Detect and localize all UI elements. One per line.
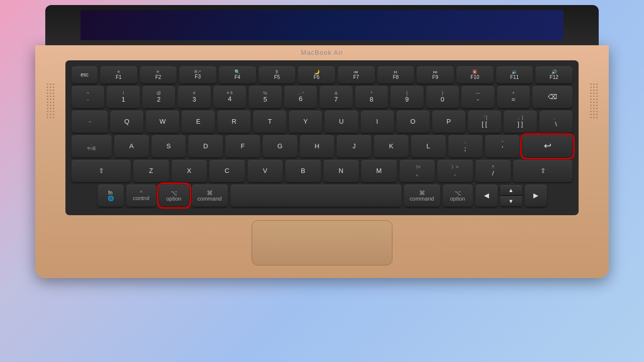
key-1[interactable]: !1 [107,86,139,108]
key-backslash[interactable]: 、\ [539,111,573,133]
key-q[interactable]: Q [110,111,143,133]
key-e[interactable]: E [182,111,215,133]
key-quote[interactable]: "' [485,135,520,157]
key-semicolon[interactable]: ：； [448,135,483,157]
key-0[interactable]: )0 [426,86,459,108]
key-s[interactable]: S [151,135,186,157]
speaker-right [584,60,604,141]
key-space[interactable] [230,185,401,207]
key-j[interactable]: J [337,135,371,157]
key-m[interactable]: M [361,160,397,182]
key-shift-left[interactable]: ⇧ [71,160,131,182]
keyboard-body: esc ✳F1 ✳F2 ⊞↗F3 🔍F4 🎙F5 🌙F6 ⏮F7 ⏯F8 ⏭F9… [35,45,609,278]
key-7[interactable]: &7 [319,86,352,108]
key-y[interactable]: Y [289,111,322,133]
key-equals[interactable]: += [497,86,530,108]
key-z[interactable]: Z [133,160,169,182]
trackpad[interactable] [252,220,392,265]
key-f10[interactable]: 🔇F10 [456,66,494,83]
key-command-right[interactable]: ⌘ command [404,185,440,207]
key-l[interactable]: L [411,135,446,157]
key-slash[interactable]: ?/ [475,160,511,182]
key-h[interactable]: H [300,135,335,157]
key-o[interactable]: O [396,111,430,133]
key-f12[interactable]: 🔊F12 [535,66,573,83]
laptop-container: MacBook Air [25,5,619,357]
key-2[interactable]: @2 [142,86,175,108]
key-caps[interactable]: ·中/英 [71,135,112,157]
key-d[interactable]: D [188,135,223,157]
screen-bezel: MacBook Air [45,5,599,45]
home-row: ·中/英 A S D F G H J K L ：； "' ↩ [71,135,573,157]
key-5[interactable]: %5 [249,86,281,108]
key-9[interactable]: (9 [390,86,423,108]
key-t[interactable]: T [253,111,286,133]
key-a[interactable]: A [114,135,149,157]
key-n[interactable]: N [324,160,359,182]
key-lbracket[interactable]: 「{[ [ [468,111,501,133]
key-arrow-right[interactable]: ▶ [525,185,547,207]
key-tilde[interactable]: ~· [71,86,104,108]
key-f5[interactable]: 🎙F5 [259,66,296,83]
key-f11[interactable]: 🔉F11 [496,66,533,83]
number-row: ~· !1 @2 #3 ¥ $4 %5 … ^6 &7 *8 (9 )0 —- … [71,86,573,108]
key-f9[interactable]: ⏭F9 [417,66,454,83]
key-r[interactable]: R [217,111,251,133]
key-f8[interactable]: ⏯F8 [377,66,415,83]
key-shift-right[interactable]: ⇧ [513,160,573,182]
bottom-row: fn 🌐 ^ control ⌥ option ⌘ command ⌘ [71,185,573,207]
screen-content [80,10,564,40]
key-f2[interactable]: ✳F2 [140,66,177,83]
key-control[interactable]: ^ control [126,185,156,207]
key-f3[interactable]: ⊞↗F3 [179,66,216,83]
keyboard-area: esc ✳F1 ✳F2 ⊞↗F3 🔍F4 🎙F5 🌙F6 ⏮F7 ⏯F8 ⏭F9… [65,60,579,215]
key-f7[interactable]: ⏮F7 [338,66,375,83]
key-3[interactable]: #3 [178,86,210,108]
key-v[interactable]: V [248,160,283,182]
key-u[interactable]: U [325,111,358,133]
key-c[interactable]: C [209,160,245,182]
key-arrow-up[interactable]: ▲ [500,185,522,195]
trackpad-area [65,215,579,268]
key-6[interactable]: … ^6 [284,86,317,108]
key-backspace[interactable]: ⌫ [532,86,573,108]
key-command-left[interactable]: ⌘ command [192,185,228,207]
key-tab[interactable]: → [71,111,108,133]
macbook-label: MacBook Air [301,49,343,56]
key-esc[interactable]: esc [71,66,98,83]
key-f1[interactable]: ✳F1 [100,66,137,83]
key-comma[interactable]: 《<, [399,160,435,182]
key-arrow-left[interactable]: ◀ [475,185,498,207]
key-period[interactable]: 》>. [437,160,473,182]
key-g[interactable]: G [263,135,297,157]
key-option-right[interactable]: ⌥ option [443,185,473,207]
fn-row: esc ✳F1 ✳F2 ⊞↗F3 🔍F4 🎙F5 🌙F6 ⏮F7 ⏯F8 ⏭F9… [71,66,573,83]
key-fn[interactable]: fn 🌐 [98,185,124,207]
key-arrow-down[interactable]: ▼ [500,196,522,206]
key-minus[interactable]: —- [461,86,494,108]
key-f6[interactable]: 🌙F6 [298,66,335,83]
key-enter[interactable]: ↩ [522,135,573,157]
key-x[interactable]: X [172,160,207,182]
key-f[interactable]: F [225,135,260,157]
key-k[interactable]: K [374,135,409,157]
shift-row: ⇧ Z X C V B N M 《<, 》>. ?/ ⇧ [71,160,573,182]
key-i[interactable]: I [361,111,394,133]
key-option-left[interactable]: ⌥ option [159,185,189,207]
key-rbracket[interactable]: 」}] ] [504,111,537,133]
key-8[interactable]: *8 [355,86,388,108]
key-w[interactable]: W [146,111,179,133]
key-f4[interactable]: 🔍F4 [219,66,256,83]
speaker-left [40,60,60,141]
key-b[interactable]: B [285,160,321,182]
key-4[interactable]: ¥ $4 [213,86,246,108]
qwerty-row: → Q W E R T Y U I O P 「{[ [ 」}] ] 、\ [71,111,573,133]
key-p[interactable]: P [432,111,465,133]
